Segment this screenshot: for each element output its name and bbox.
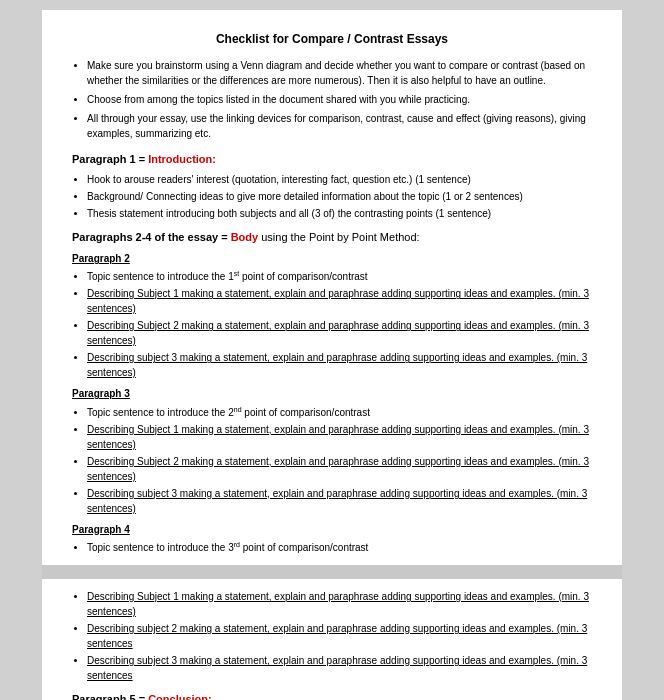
- paragraph5-heading: Paragraph 5 = Conclusion:: [72, 691, 592, 700]
- document-page: Checklist for Compare / Contrast Essays …: [42, 10, 622, 700]
- intro-bullet-2: Choose from among the topics listed in t…: [87, 92, 592, 107]
- paragraph1-equals: =: [136, 153, 149, 165]
- paragraph1-bullets: Hook to arouse readers' interest (quotat…: [87, 172, 592, 221]
- paragraph3-bullets: Topic sentence to introduce the 2nd poin…: [87, 404, 592, 515]
- paragraph4-subheading: Paragraph 4: [72, 522, 592, 537]
- p2-sub-bullet-2: Describing Subject 2 making a statement,…: [87, 318, 592, 348]
- paragraphs-24-body: Body: [231, 231, 259, 243]
- paragraph5-label: Paragraph 5: [72, 693, 136, 700]
- p3-sub-bullet-1: Describing Subject 1 making a statement,…: [87, 422, 592, 452]
- p1-bullet-1: Hook to arouse readers' interest (quotat…: [87, 172, 592, 187]
- p3-sub-bullet-2: Describing Subject 2 making a statement,…: [87, 454, 592, 484]
- p2-sub-bullet-1: Describing Subject 1 making a statement,…: [87, 286, 592, 316]
- p3-topic-bullet: Topic sentence to introduce the 2nd poin…: [87, 404, 592, 419]
- paragraphs-24-equals: =: [218, 231, 231, 243]
- paragraph1-label: Paragraph 1: [72, 153, 136, 165]
- bottom-bullets: Describing Subject 1 making a statement,…: [87, 589, 592, 683]
- intro-bullets-list: Make sure you brainstorm using a Venn di…: [87, 58, 592, 141]
- paragraph2-subheading: Paragraph 2: [72, 251, 592, 266]
- p3-sub-bullet-3: Describing subject 3 making a statement,…: [87, 486, 592, 516]
- paragraph5-equals: =: [136, 693, 149, 700]
- p2-topic-bullet: Topic sentence to introduce the 1st poin…: [87, 269, 592, 284]
- bottom-bullet-3: Describing subject 3 making a statement,…: [87, 653, 592, 683]
- paragraphs-24-heading: Paragraphs 2-4 of the essay = Body using…: [72, 229, 592, 246]
- p1-bullet-2: Background/ Connecting ideas to give mor…: [87, 189, 592, 204]
- paragraphs-24-label: Paragraphs 2-4 of the essay: [72, 231, 218, 243]
- paragraph2-topic-bullets: Topic sentence to introduce the 1st poin…: [87, 269, 592, 380]
- page-title: Checklist for Compare / Contrast Essays: [72, 30, 592, 48]
- paragraphs-24-method: using the Point by Point Method:: [258, 231, 419, 243]
- paragraph1-intro: Introduction:: [148, 153, 216, 165]
- paragraph3-subheading: Paragraph 3: [72, 386, 592, 401]
- p2-sub-bullet-3: Describing subject 3 making a statement,…: [87, 350, 592, 380]
- bottom-bullet-1: Describing Subject 1 making a statement,…: [87, 589, 592, 619]
- p1-bullet-3: Thesis statement introducing both subjec…: [87, 206, 592, 221]
- intro-bullet-3: All through your essay, use the linking …: [87, 111, 592, 141]
- page-divider: [42, 565, 622, 579]
- p4-topic-bullet: Topic sentence to introduce the 3rd poin…: [87, 540, 592, 555]
- paragraph4-bullets: Topic sentence to introduce the 3rd poin…: [87, 540, 592, 555]
- bottom-section: Describing Subject 1 making a statement,…: [72, 589, 592, 700]
- paragraph5-conclusion: Conclusion:: [148, 693, 212, 700]
- paragraph1-heading: Paragraph 1 = Introduction:: [72, 151, 592, 168]
- bottom-bullet-2: Describing subject 2 making a statement,…: [87, 621, 592, 651]
- intro-bullet-1: Make sure you brainstorm using a Venn di…: [87, 58, 592, 88]
